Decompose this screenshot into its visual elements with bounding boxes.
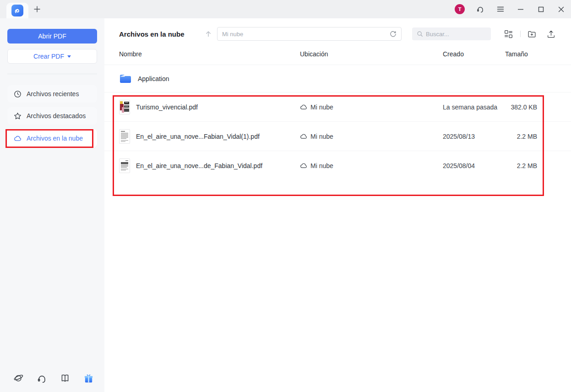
titlebar: T — [0, 0, 571, 18]
go-up-icon[interactable] — [205, 30, 212, 38]
table-row-folder[interactable]: Application — [104, 65, 571, 93]
cloud-icon — [300, 133, 307, 140]
file-created: 2025/08/13 — [440, 133, 505, 140]
cloud-icon — [300, 103, 307, 111]
file-name: En_el_aire_una_nove...Fabian_Vidal(1).pd… — [136, 133, 260, 140]
search-input[interactable] — [426, 31, 486, 38]
sidebar: Abrir PDF Crear PDF Archivos recientes — [0, 18, 104, 392]
app-tab[interactable] — [6, 3, 28, 18]
column-header-name[interactable]: Nombre — [119, 50, 300, 58]
clock-icon — [14, 90, 22, 98]
table-header: Nombre Ubicación Creado Tamaño — [104, 43, 571, 65]
file-location: Mi nube — [310, 103, 333, 111]
new-tab-button[interactable] — [32, 4, 42, 14]
sidebar-divider — [7, 74, 97, 74]
close-button[interactable] — [556, 5, 566, 14]
file-location: Mi nube — [310, 133, 333, 140]
sidebar-item-label: Archivos recientes — [27, 90, 79, 98]
sidebar-footer — [7, 373, 94, 384]
path-bar[interactable] — [217, 27, 402, 41]
table-row-file[interactable]: En_el_aire_una_nove...Fabian_Vidal(1).pd… — [104, 122, 571, 151]
star-icon — [14, 112, 22, 120]
sidebar-item-label: Archivos en la nube — [27, 135, 83, 142]
file-size: 382.0 KB — [505, 103, 539, 111]
file-size: 2.2 MB — [505, 162, 539, 169]
pdfelement-logo-icon — [11, 5, 23, 16]
menu-icon[interactable] — [496, 5, 505, 14]
chevron-down-icon — [67, 55, 71, 58]
cloud-icon — [300, 162, 307, 169]
refresh-icon[interactable] — [390, 31, 397, 38]
column-header-created[interactable]: Creado — [440, 50, 505, 58]
sidebar-item-label: Archivos destacados — [27, 112, 86, 120]
toolbar-divider — [520, 31, 521, 37]
pdf-thumbnail-text — [119, 158, 130, 173]
pdf-thumbnail-text — [119, 129, 130, 144]
user-avatar[interactable]: T — [455, 4, 465, 14]
view-toggle-icon[interactable] — [504, 29, 513, 38]
maximize-button[interactable] — [536, 5, 545, 14]
sidebar-nav: Archivos recientes Archivos destacados A… — [7, 85, 97, 147]
support-headset-icon[interactable] — [476, 5, 485, 14]
open-pdf-button[interactable]: Abrir PDF — [7, 29, 97, 44]
search-icon — [417, 31, 423, 37]
table-row-file[interactable]: En_el_aire_una_nove...de_Fabian_Vidal.pd… — [104, 151, 571, 180]
search-box[interactable] — [412, 27, 491, 40]
app-window: T A — [0, 0, 571, 392]
sidebar-item-cloud-files[interactable]: Archivos en la nube — [7, 129, 97, 147]
column-header-size[interactable]: Tamaño — [505, 50, 539, 58]
pdf-thumbnail-magazine — [119, 100, 130, 114]
page-title: Archivos en la nube — [119, 30, 205, 38]
main-panel: Archivos en la nube — [104, 18, 571, 392]
gift-icon[interactable] — [83, 373, 94, 384]
folder-icon — [119, 73, 132, 84]
planet-icon[interactable] — [13, 373, 24, 384]
file-size: 2.2 MB — [505, 133, 539, 140]
titlebar-right: T — [455, 0, 571, 18]
cloud-icon — [14, 135, 22, 142]
support-headset-icon[interactable] — [36, 373, 47, 384]
new-folder-icon[interactable] — [527, 29, 536, 38]
sidebar-item-starred-files[interactable]: Archivos destacados — [7, 107, 97, 125]
table-row-file[interactable]: Turismo_vivencial.pdf Mi nube La semana … — [104, 93, 571, 122]
minimize-button[interactable] — [516, 5, 525, 14]
sidebar-item-recent-files[interactable]: Archivos recientes — [7, 85, 97, 103]
column-header-location[interactable]: Ubicación — [300, 50, 440, 58]
file-location: Mi nube — [310, 162, 333, 169]
path-input[interactable] — [222, 31, 390, 38]
create-pdf-label: Crear PDF — [33, 53, 64, 60]
file-name: En_el_aire_una_nove...de_Fabian_Vidal.pd… — [136, 162, 262, 169]
cloud-toolbar: Archivos en la nube — [104, 25, 571, 43]
folder-name: Application — [138, 75, 169, 82]
create-pdf-button[interactable]: Crear PDF — [7, 49, 97, 64]
reading-book-icon[interactable] — [60, 373, 71, 384]
file-created: La semana pasada — [440, 103, 505, 111]
upload-icon[interactable] — [546, 29, 555, 38]
file-created: 2025/08/04 — [440, 162, 505, 169]
file-name: Turismo_vivencial.pdf — [136, 103, 198, 111]
